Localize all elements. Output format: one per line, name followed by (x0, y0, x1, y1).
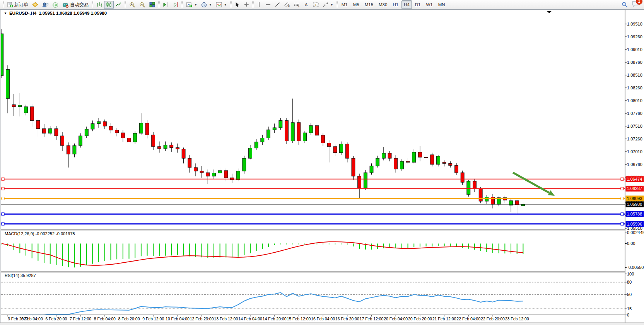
candle-body (352, 158, 355, 176)
candle-body (36, 120, 40, 128)
bar-chart-button[interactable] (94, 1, 104, 9)
equidistant-channel-icon: E (284, 2, 290, 7)
toolbar-grip[interactable] (181, 1, 183, 8)
notification-count-badge: 1 (636, 0, 642, 5)
candle-body (467, 181, 470, 195)
tile-windows-button[interactable] (147, 1, 157, 9)
timeframe-h1[interactable]: H1 (390, 0, 401, 9)
price-level-badge-label: 1.06093 (627, 196, 642, 201)
vertical-line-icon (257, 2, 261, 7)
timeframe-h4[interactable]: H4 (401, 0, 412, 9)
candlestick-chart-button[interactable] (104, 1, 114, 9)
timeframe-m15[interactable]: M15 (362, 0, 376, 9)
candle-body (255, 142, 258, 148)
toolbar-grip[interactable] (3, 1, 4, 8)
line-handle[interactable] (621, 213, 624, 216)
price-tick-label: 1.08010 (627, 98, 642, 103)
candle-body (236, 171, 240, 180)
timeframe-d1[interactable]: D1 (413, 0, 423, 9)
candle-body (145, 123, 149, 135)
line-handle[interactable] (621, 222, 624, 225)
search-icon[interactable] (622, 2, 628, 8)
toolbar-grip[interactable] (230, 1, 232, 8)
line-handle[interactable] (621, 197, 624, 200)
price-level-badge-label: 1.06287 (627, 186, 642, 191)
price-chart[interactable]: 1.095101.092601.090101.087601.085101.082… (0, 10, 644, 325)
auto-scroll-button[interactable] (161, 1, 171, 9)
date-label: 15 Feb 12:00 (287, 316, 311, 321)
symbol-dropdown-icon[interactable]: ▼ (4, 12, 7, 15)
trendline-icon (275, 2, 280, 7)
candle-body (91, 123, 94, 129)
text-button[interactable]: A (302, 1, 311, 9)
line-handle[interactable] (621, 178, 624, 180)
metaeditor-icon (32, 2, 38, 7)
candle-body (261, 138, 264, 142)
timeframe-m1[interactable]: M1 (339, 0, 350, 9)
line-handle[interactable] (2, 222, 4, 225)
rsi-scale-label: 0 (627, 313, 629, 317)
candle-body (30, 107, 34, 121)
zoom-in-button[interactable] (127, 1, 137, 9)
candle-body (406, 161, 410, 162)
chart-shift-button[interactable] (171, 1, 180, 9)
crosshair-button[interactable] (242, 1, 251, 9)
candle-body (206, 173, 210, 176)
zoom-out-button[interactable] (137, 1, 147, 9)
timeframe-mn[interactable]: MN (436, 0, 448, 9)
periods-button[interactable]: ▼ (199, 1, 214, 9)
candle-body (412, 152, 416, 162)
trendline-button[interactable] (273, 1, 282, 9)
candle-body (115, 130, 119, 133)
horizontal-line-button[interactable] (263, 1, 273, 9)
timeframe-m5[interactable]: M5 (351, 0, 362, 9)
candle-body (249, 148, 252, 158)
candle-body (176, 147, 179, 149)
line-handle[interactable] (2, 187, 4, 190)
svg-text:A: A (305, 2, 308, 7)
candle-body (127, 138, 131, 142)
zoom-in-icon (129, 2, 135, 8)
fibonacci-button[interactable]: F (292, 1, 302, 9)
line-handle[interactable] (2, 197, 4, 200)
candle-body (473, 181, 476, 189)
toolbar-grip[interactable] (92, 1, 93, 8)
line-handle[interactable] (2, 213, 4, 216)
chart-plot-area[interactable] (1, 16, 625, 229)
vertical-line-button[interactable] (255, 1, 263, 9)
text-label-icon: T (313, 2, 319, 7)
candle-body (109, 126, 113, 130)
arrows-button[interactable]: ▼ (321, 1, 335, 9)
candle-body (400, 161, 403, 169)
toolbar-grip[interactable] (158, 1, 160, 8)
line-handle[interactable] (621, 187, 624, 190)
line-handle[interactable] (2, 178, 4, 180)
line-chart-button[interactable] (114, 1, 123, 9)
candle-body (164, 145, 167, 149)
indicators-button[interactable]: ▼ (214, 1, 229, 9)
candle-body (449, 163, 452, 165)
line-chart-icon (116, 2, 121, 7)
signals-button[interactable] (50, 1, 60, 9)
candle-body (79, 136, 82, 145)
toolbar-grip[interactable] (252, 1, 254, 8)
candle-body (224, 171, 228, 178)
auto-scroll-icon (163, 2, 169, 7)
market-watch-button[interactable] (40, 1, 50, 9)
timeframe-m30[interactable]: M30 (376, 0, 389, 9)
equidistant-channel-button[interactable]: E (282, 1, 292, 9)
new-order-button[interactable]: 新订单 (5, 1, 30, 9)
toolbar-grip[interactable] (125, 1, 126, 8)
text-label-button[interactable]: T (311, 1, 321, 9)
metaeditor-button[interactable] (30, 1, 40, 9)
notifications-button[interactable]: 1 (632, 1, 639, 9)
new-chart-button[interactable]: ▼ (184, 1, 199, 9)
date-label: 12 Feb 23:00 (190, 316, 214, 321)
timeframe-w1[interactable]: W1 (424, 0, 435, 9)
toolbar-grip[interactable] (337, 1, 338, 8)
candle-body (521, 204, 525, 206)
candle-body (12, 105, 15, 107)
cursor-button[interactable] (233, 1, 242, 9)
date-label: 14 Feb 04:00 (238, 316, 262, 321)
autotrade-button[interactable]: 自动交易 (60, 1, 91, 9)
